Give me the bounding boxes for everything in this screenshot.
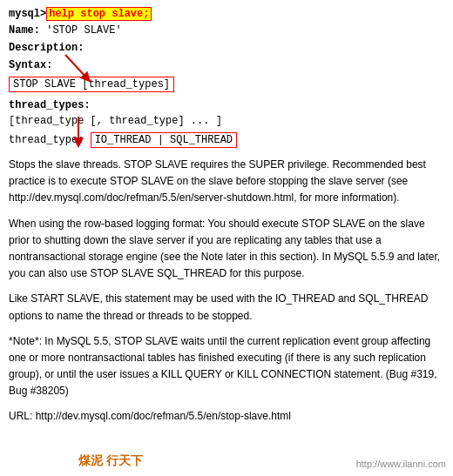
thread-types-value: [thread_type [, thread_type] ... ] [9,115,222,127]
thread-type-block: thread_type: IO_THREAD | SQL_THREAD [9,131,444,150]
syntax-label: Syntax: [9,59,52,71]
paragraphs-container: Stops the slave threads. STOP SLAVE requ… [9,157,444,426]
para-0: Stops the slave threads. STOP SLAVE requ… [9,157,444,207]
para-2: Like START SLAVE, this statement may be … [9,291,444,324]
syntax-box: STOP SLAVE [thread_types] [9,77,174,92]
name-value: 'STOP SLAVE' [46,24,121,37]
command-highlighted: help stop slave; [46,7,152,21]
syntax-block: STOP SLAVE [thread_types] [9,75,444,94]
thread-types-label: thread_types: [9,99,91,111]
description-label: Description: [9,42,84,54]
para-3: *Note*: In MySQL 5.5, STOP SLAVE waits u… [9,333,444,400]
para-4: URL: http://dev.mysql.com/doc/refman/5.5… [9,408,444,425]
main-content: mysql> help stop slave; Name: 'STOP SLAV… [9,7,444,426]
watermark-text: 煤泥 行天下 [78,453,143,469]
para-1: When using the row-based logging format:… [9,216,444,283]
thread-types-label-block: thread_types: [9,97,444,113]
thread-type-box: IO_THREAD | SQL_THREAD [91,132,237,148]
syntax-label-block: Syntax: [9,57,444,73]
name-block: Name: 'STOP SLAVE' [9,23,444,38]
prompt-line: mysql> help stop slave; [9,7,444,21]
mysql-prompt: mysql> [9,8,46,20]
thread-type-label: thread_type: [9,134,84,146]
thread-types-value-block: [thread_type [, thread_type] ... ] [9,115,444,127]
watermark-url: http://www.ilanni.com [356,459,446,469]
description-block: Description: [9,40,444,56]
name-label: Name: [9,24,40,37]
